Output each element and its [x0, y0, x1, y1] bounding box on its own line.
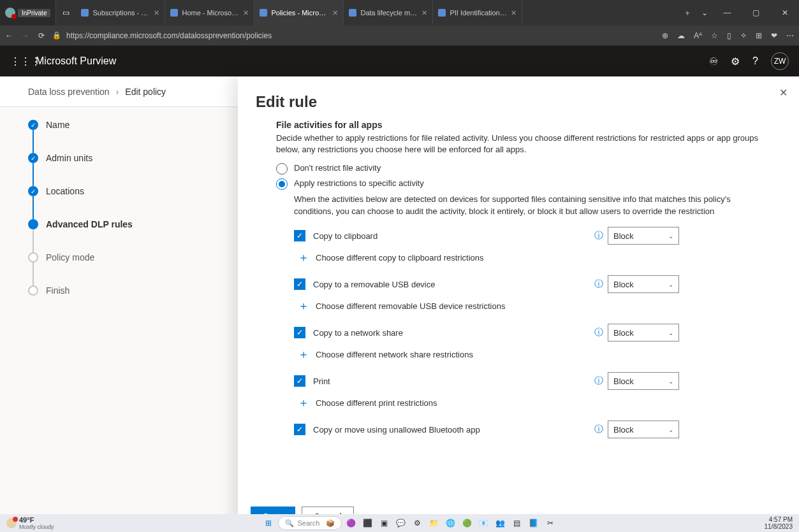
start-button[interactable]: ⊞ [261, 516, 275, 530]
activity-label: Print [313, 377, 590, 386]
taskbar-app-widgets[interactable]: ▣ [378, 516, 392, 530]
minimize-button[interactable]: ― [713, 0, 742, 25]
browser-tab[interactable]: PII Identification and Minimizati ✕ [433, 0, 522, 25]
activity-action-select[interactable]: Block ⌄ [608, 421, 679, 438]
browser-tab[interactable]: Subscriptions - Microsoft 365 ad ✕ [76, 0, 165, 25]
activity-action-select[interactable]: Block ⌄ [608, 324, 679, 341]
tab-close-icon[interactable]: ✕ [421, 9, 427, 17]
browser-tab[interactable]: Policies - Microsoft Purview ✕ [254, 0, 344, 25]
add-restriction-link[interactable]: ＋ Choose different print restrictions [298, 395, 768, 410]
activity-row: ✓ Copy to a removable USB device ⓘ Block… [294, 275, 768, 293]
select-value: Block [613, 425, 634, 435]
chevron-down-icon: ⌄ [668, 426, 673, 433]
taskbar-app-snip[interactable]: ✂ [543, 516, 557, 530]
tab-close-icon[interactable]: ✕ [511, 9, 517, 17]
add-restriction-link[interactable]: ＋ Choose different network share restric… [298, 347, 768, 362]
close-window-button[interactable]: ✕ [770, 0, 799, 25]
wizard-step[interactable]: Policy mode [28, 252, 194, 285]
taskbar-app-settings[interactable]: ⚙ [411, 516, 425, 530]
favorite-icon[interactable]: ☆ [711, 31, 718, 40]
activity-action-select[interactable]: Block ⌄ [608, 372, 679, 390]
favorites-bar-icon[interactable]: ✧ [740, 31, 747, 40]
activity-action-select[interactable]: Block ⌄ [608, 227, 679, 245]
refresh-button[interactable]: ⟳ [38, 31, 45, 40]
add-restriction-link[interactable]: ＋ Choose different copy to clipboard res… [298, 250, 768, 265]
radio-apply-restrictions[interactable]: Apply restrictions to specific activity [276, 178, 768, 190]
collections-icon[interactable]: ⊞ [756, 31, 762, 40]
user-avatar[interactable]: ZW [771, 52, 789, 70]
info-icon[interactable]: ⓘ [590, 424, 608, 435]
taskbar-app-terminal[interactable]: ▤ [510, 516, 524, 530]
search-icon: 🔍 [285, 519, 294, 528]
browser-tab[interactable]: Home - Microsoft Purview ✕ [165, 0, 254, 25]
activity-checkbox[interactable]: ✓ [294, 424, 305, 435]
more-icon[interactable]: ⋯ [786, 31, 794, 40]
inprivate-indicator: InPrivate [0, 0, 56, 25]
browser-tab[interactable]: Data lifecycle management - Mi ✕ [344, 0, 433, 25]
lock-icon: 🔒 [52, 31, 61, 40]
select-value: Block [613, 231, 634, 241]
tab-close-icon[interactable]: ✕ [154, 9, 159, 17]
maximize-button[interactable]: ▢ [742, 0, 770, 25]
add-restriction-link[interactable]: ＋ Choose different removable USB device … [298, 298, 768, 313]
taskbar-clock[interactable]: 4:57 PM 11/8/2023 [758, 516, 800, 530]
address-bar[interactable]: 🔒 https://compliance.microsoft.com/datal… [52, 31, 654, 40]
taskbar-app-edge[interactable]: 🌐 [444, 516, 458, 530]
app-brand: Microsoft Purview [36, 55, 116, 67]
chevron-right-icon: › [116, 87, 119, 97]
wizard-step[interactable]: Finish [28, 285, 194, 319]
info-icon[interactable]: ⓘ [590, 230, 608, 241]
tab-actions-icon[interactable]: ▭ [56, 0, 76, 25]
tab-close-icon[interactable]: ✕ [332, 9, 338, 17]
split-screen-icon[interactable]: ▯ [727, 31, 731, 40]
panel-scroll[interactable]: File activities for all apps Decide whet… [238, 120, 799, 497]
extensions-icon[interactable]: ❤ [771, 31, 777, 40]
activity-checkbox[interactable]: ✓ [294, 375, 305, 387]
wizard-step[interactable]: ✓ Name [28, 120, 194, 153]
taskbar-app-copilot[interactable]: 🟣 [344, 516, 358, 530]
shopping-icon[interactable]: ☁ [677, 31, 685, 40]
forward-button[interactable]: → [22, 31, 29, 40]
info-icon[interactable]: ⓘ [590, 278, 608, 290]
new-tab-button[interactable]: ＋ [678, 0, 696, 25]
step-label: Finish [46, 285, 70, 296]
wizard-step[interactable]: Advanced DLP rules [28, 219, 194, 252]
taskbar-app-explorer[interactable]: 📁 [427, 516, 441, 530]
activity-label: Copy to clipboard [313, 231, 590, 241]
taskbar-app-teams[interactable]: 👥 [494, 516, 508, 530]
activity-label: Copy to a removable USB device [313, 280, 590, 289]
taskbar-app-chat[interactable]: 💬 [394, 516, 408, 530]
taskbar-app-chrome[interactable]: 🟢 [460, 516, 474, 530]
radio-dont-restrict[interactable]: Don't restrict file activity [276, 163, 768, 175]
tab-close-icon[interactable]: ✕ [243, 9, 249, 17]
activity-checkbox[interactable]: ✓ [294, 278, 305, 290]
tab-dropdown-icon[interactable]: ⌄ [696, 0, 713, 25]
chevron-down-icon: ⌄ [668, 378, 673, 385]
help-icon[interactable]: ? [752, 55, 758, 67]
breadcrumb-root[interactable]: Data loss prevention [28, 87, 110, 97]
settings-icon[interactable]: ⚙ [731, 55, 740, 68]
wizard-step[interactable]: ✓ Locations [28, 186, 194, 219]
activity-checkbox[interactable]: ✓ [294, 327, 305, 338]
wizard-step[interactable]: ✓ Admin units [28, 153, 194, 186]
taskbar-app-taskview[interactable]: ⬛ [361, 516, 375, 530]
activity-checkbox[interactable]: ✓ [294, 230, 305, 241]
taskbar-app-word[interactable]: 📘 [527, 516, 541, 530]
close-panel-button[interactable]: ✕ [779, 87, 788, 99]
read-aloud-icon[interactable]: Aᴬ [694, 31, 702, 40]
feedback-icon[interactable]: ♾ [709, 55, 718, 68]
add-restriction-label: Choose different network share restricti… [316, 350, 473, 359]
activity-action-select[interactable]: Block ⌄ [608, 275, 679, 293]
info-icon[interactable]: ⓘ [590, 327, 608, 338]
radio-label: Apply restrictions to specific activity [294, 178, 424, 188]
zoom-icon[interactable]: ⊕ [662, 31, 668, 40]
taskbar-search[interactable]: 🔍 Search 📦 [278, 516, 342, 530]
chevron-down-icon: ⌄ [668, 281, 673, 288]
taskbar-app-outlook[interactable]: 📧 [477, 516, 491, 530]
restriction-radio-group: Don't restrict file activity Apply restr… [276, 163, 768, 190]
clock-date: 11/8/2023 [765, 523, 793, 530]
info-icon[interactable]: ⓘ [590, 375, 608, 387]
taskbar-weather[interactable]: 49°F Mostly cloudy [0, 516, 61, 530]
app-launcher-icon[interactable]: ⋮⋮⋮ [10, 55, 31, 68]
back-button[interactable]: ← [5, 31, 13, 40]
